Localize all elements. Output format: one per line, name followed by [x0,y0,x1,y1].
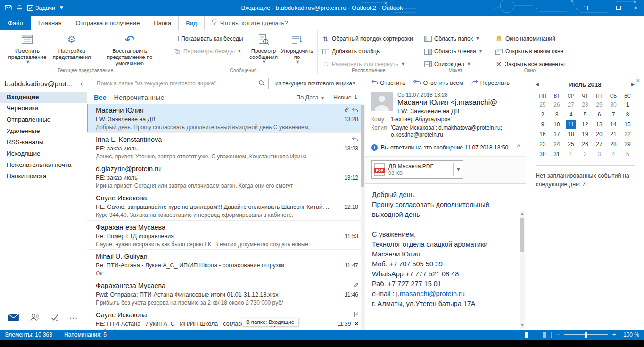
calendar-day[interactable]: 3 [550,110,564,120]
search-scope-dropdown[interactable]: из текущего почтового ящика ▼ [272,78,359,89]
calendar-day[interactable]: 26 [578,140,592,150]
email-item[interactable]: Фарахангеза МусаеваRe: Номер ГТД исправл… [87,221,365,250]
calendar-day[interactable]: 13 [592,120,606,130]
calendar-day[interactable]: 5 [620,150,635,160]
calendar-day[interactable]: 4 [606,150,620,160]
close-todo-icon[interactable]: × [636,77,640,84]
folder-pane-button[interactable]: Область папок▼ [424,34,487,43]
maximize-button[interactable] [610,0,627,16]
search-icon[interactable] [258,80,265,88]
open-new-window-button[interactable]: Открыть в новом окне [495,47,565,56]
calendar-next-icon[interactable]: ▶ [631,83,635,87]
calendar-day[interactable]: 30 [536,150,550,160]
reading-view-button[interactable] [538,332,546,338]
calendar-day[interactable]: 9 [536,120,550,130]
calendar-prev-icon[interactable]: ◀ [536,83,539,87]
calendar-day[interactable]: 17 [550,130,564,140]
calendar-day[interactable]: 26 [550,100,564,110]
sort-newest-toggle[interactable]: Новые ↓ [333,94,358,101]
sidebar-folder[interactable]: Удаленные [0,126,87,137]
email-item[interactable]: Mihail U. GuliyanRe: ПТИ-Астана - Лукин … [87,250,365,279]
add-columns-button[interactable]: Добавить столбцы [322,47,416,56]
calendar-day[interactable]: 12 [578,120,592,130]
calendar-day[interactable]: 6 [592,110,606,120]
calendar-day[interactable]: 29 [620,140,635,150]
send-receive-icon[interactable] [5,5,12,11]
mail-nav-icon[interactable] [8,313,19,323]
calendar-day[interactable]: 28 [606,140,620,150]
reminders-window-button[interactable]: Окно напоминаний [495,34,565,43]
calendar-day[interactable]: 25 [536,100,550,110]
tab-send-receive[interactable]: Отправка и получение [68,16,147,30]
tab-folder[interactable]: Папка [147,16,178,30]
tab-home[interactable]: Главная [31,16,68,30]
reverse-sort-button[interactable]: ⇅ Обратный порядок сортировки [322,34,416,43]
tab-view[interactable]: Вид [178,16,205,30]
more-apps-icon[interactable]: ⋯ [69,314,78,322]
sidebar-folder[interactable]: Нежелательная почта [0,160,87,171]
calendar-day[interactable]: 8 [620,110,635,120]
calendar-day[interactable]: 2 [578,150,592,160]
calendar-day[interactable]: 27 [592,140,606,150]
arrange-by-button[interactable]: Упорядочить по▼ [281,31,314,66]
reminder-bell-icon[interactable] [17,5,23,11]
calendar-day[interactable]: 31 [550,150,564,160]
tell-me-box[interactable]: Что вы хотите сделать? [211,16,288,30]
calendar-day[interactable]: 4 [564,110,578,120]
collapse-folder-pane-icon[interactable]: ‹ [80,82,83,86]
calendar-day[interactable]: 15 [620,120,635,130]
sidebar-folder[interactable]: Исходящие [0,149,87,160]
scrollbar-thumb[interactable] [361,105,364,187]
email-item[interactable]: Irina L. KonstantinovaRE: заказ июль13:2… [87,133,365,162]
sidebar-folder[interactable]: Отправленные [0,115,87,126]
message-list-scrollbar[interactable] [361,104,365,330]
calendar-day[interactable]: 18 [564,130,578,140]
tasks-nav-icon[interactable] [50,313,59,323]
calendar-day[interactable]: 27 [564,100,578,110]
scrollbar-thumb[interactable] [520,218,524,252]
calendar-day[interactable]: 14 [606,120,620,130]
reply-button[interactable]: Ответить [371,79,405,86]
calendar-day[interactable]: 24 [550,140,564,150]
calendar-day[interactable]: 1 [564,150,578,160]
to-value[interactable]: 'Бахтиёр Абдукадыров' [391,116,452,123]
calendar-day[interactable]: 23 [536,140,550,150]
minimize-button[interactable] [593,0,610,16]
attachment-chip[interactable]: PDF ДВ Масанча.PDF 93 KB ▼ [371,160,463,179]
scroll-down-icon[interactable]: ▼ [520,324,525,327]
ribbon-display-options-button[interactable] [576,0,593,16]
calendar-day[interactable]: 5 [578,110,592,120]
show-as-conversations-checkbox[interactable]: Показывать как беседы [173,34,247,43]
filter-all-tab[interactable]: Все [94,94,107,101]
delete-icon[interactable]: × [355,320,358,328]
calendar-day[interactable]: 16 [536,130,550,140]
qat-customize-caret[interactable]: ▼ [60,6,63,10]
message-preview-button[interactable]: Просмотр сообщения▼ [247,31,281,66]
calendar-day[interactable]: 25 [564,140,578,150]
zoom-in-button[interactable]: + [612,331,616,338]
email-item[interactable]: Масанчи ЮлияFW: Заявление на ДВ13:28Добр… [87,104,365,133]
calendar-day[interactable]: 20 [592,130,606,140]
zoom-level[interactable]: 100 % [620,331,639,338]
reply-all-button[interactable]: Ответить всем [413,79,463,86]
email-address-link[interactable]: j.masanchi@protein.ru [396,290,465,297]
scroll-up-icon[interactable]: ▲ [520,212,525,215]
sidebar-folder[interactable]: RSS-каналы [0,137,87,149]
tab-file[interactable]: Файл [0,16,31,30]
tasks-quick-item[interactable]: Задачи [27,5,55,11]
view-settings-button[interactable]: ⚙ Настройка представления [49,31,94,62]
normal-view-button[interactable] [525,332,533,338]
calendar-day[interactable]: 21 [606,130,620,140]
calendar-day[interactable]: 29 [592,100,606,110]
zoom-slider-handle[interactable] [585,332,587,338]
zoom-slider[interactable] [564,334,608,335]
calendar-day[interactable]: 7 [606,110,620,120]
sidebar-folder[interactable]: Папки поиска [0,171,87,182]
message-from[interactable]: Масанчи Юлия <j.masanchi@ [397,98,497,107]
filter-unread-tab[interactable]: Непрочитанные [114,94,165,101]
calendar-day[interactable]: 3 [592,150,606,160]
sidebar-folder[interactable]: Черновики [0,103,87,115]
reminders-count[interactable]: Напоминания: 5 [64,331,107,338]
cc-value[interactable]: 'Сауле Искакова'; d.makhatova@protein.ru… [391,124,520,139]
account-header[interactable]: b.abdukadirov@prot... ‹ [0,74,87,92]
